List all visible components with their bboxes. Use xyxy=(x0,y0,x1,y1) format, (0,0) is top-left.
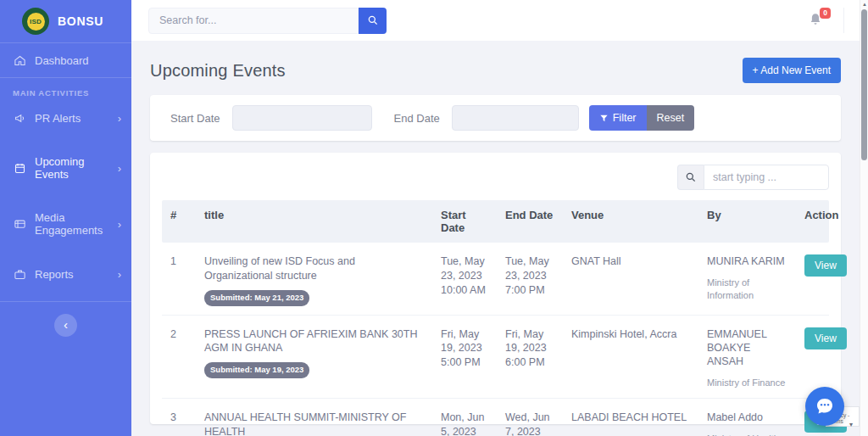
brand-name: BONSU xyxy=(58,14,103,28)
row-number: 2 xyxy=(162,316,196,399)
chevron-right-icon: › xyxy=(118,162,121,175)
sidebar-item-upcoming-events[interactable]: Upcoming Events › xyxy=(0,145,131,191)
isd-logo-icon: ISD xyxy=(22,8,49,35)
caret-down-icon: ▾ xyxy=(849,421,853,428)
brand[interactable]: ISD BONSU xyxy=(0,0,131,42)
end-date-input[interactable] xyxy=(452,105,579,131)
search-button[interactable] xyxy=(359,8,387,34)
header-num: # xyxy=(162,200,196,243)
reset-button[interactable]: Reset xyxy=(647,105,695,131)
media-icon xyxy=(13,217,26,231)
by-organization: Ministry of Information xyxy=(707,277,789,302)
sidebar-item-label: PR Alerts xyxy=(35,112,81,125)
topbar: 0 xyxy=(131,0,860,41)
end-date-cell: Tue, May 23, 2023 7:00 PM xyxy=(497,243,563,315)
table-header-row: # title Start Date End Date Venue By Act… xyxy=(162,200,829,243)
venue-cell: GNAT Hall xyxy=(563,243,698,315)
view-button[interactable]: View xyxy=(804,254,847,277)
header-start-date: Start Date xyxy=(432,200,497,243)
table-row: 1 Unveiling of new ISD Focus and Organiz… xyxy=(162,243,829,316)
chevron-right-icon: › xyxy=(118,268,121,281)
main-content: Upcoming Events + Add New Event Start Da… xyxy=(131,41,860,436)
by-name: MUNIRA KARIM xyxy=(707,254,789,268)
header-action: Action xyxy=(796,200,845,243)
end-date-cell: Fri, May 19, 2023 6:00 PM xyxy=(497,316,563,399)
header-end-date: End Date xyxy=(497,200,563,243)
start-date-cell: Mon, Jun 5, 2023 8:30 AM xyxy=(432,399,497,436)
start-date-cell: Fri, May 19, 2023 5:00 PM xyxy=(432,316,497,399)
by-name: Mabel Addo xyxy=(707,411,789,424)
by-name: EMMANUEL BOAKYE ANSAH xyxy=(707,327,789,369)
sidebar-item-media-engagements[interactable]: Media Engagements › xyxy=(0,201,131,247)
sidebar-item-dashboard[interactable]: Dashboard xyxy=(0,43,131,77)
events-table-card: # title Start Date End Date Venue By Act… xyxy=(150,153,841,424)
sidebar-item-label: Media Engagements xyxy=(35,211,109,237)
table-search-button[interactable] xyxy=(677,165,704,190)
add-new-event-button[interactable]: + Add New Event xyxy=(743,58,841,83)
notification-count-badge: 0 xyxy=(820,8,831,19)
venue-cell: Kimpinski Hotel, Accra xyxy=(563,316,698,399)
megaphone-icon xyxy=(13,111,26,125)
filter-button-label: Filter xyxy=(613,112,637,124)
header-by: By xyxy=(698,200,796,243)
end-date-cell: Wed, Jun 7, 2023 3:00 PM xyxy=(497,399,563,436)
sidebar-collapse-button[interactable]: ‹ xyxy=(54,314,77,337)
start-date-cell: Tue, May 23, 2023 10:00 AM xyxy=(432,243,497,315)
header-title: title xyxy=(196,200,432,243)
submitted-badge: Submitted: May 19, 2023 xyxy=(204,362,309,378)
sidebar-section-label: MAIN ACTIVITIES xyxy=(0,78,131,101)
divider xyxy=(0,301,131,302)
notifications-button[interactable]: 0 xyxy=(808,12,825,29)
search-icon xyxy=(367,14,379,26)
divider xyxy=(843,8,844,33)
date-filter-bar: Start Date End Date Filter Reset xyxy=(150,95,841,141)
sidebar-item-pr-alerts[interactable]: PR Alerts › xyxy=(0,101,131,135)
by-organization: Ministry of Finance xyxy=(707,377,789,389)
table-row: 2 PRESS LAUNCH OF AFRIEXIM BANK 30TH AGM… xyxy=(162,316,829,400)
end-date-label: End Date xyxy=(394,112,440,125)
table-body: 1 Unveiling of new ISD Focus and Organiz… xyxy=(162,243,829,436)
page-title: Upcoming Events xyxy=(150,61,286,81)
funnel-icon xyxy=(599,114,609,123)
vertical-scrollbar[interactable]: ▲ xyxy=(860,0,868,436)
row-number: 1 xyxy=(162,243,196,315)
sidebar: ISD BONSU Dashboard MAIN ACTIVITIES PR A… xyxy=(0,0,131,436)
logo-text: ISD xyxy=(27,13,45,31)
row-number: 3 xyxy=(162,399,196,436)
submitted-badge: Submitted: May 21, 2023 xyxy=(204,290,309,306)
start-date-label: Start Date xyxy=(170,112,220,125)
table-row: 3 ANNUAL HEALTH SUMMIT-MINISTRY OF HEALT… xyxy=(162,399,829,436)
sidebar-item-label: Reports xyxy=(35,268,74,281)
header-venue: Venue xyxy=(563,200,698,243)
chevron-right-icon: › xyxy=(118,112,121,125)
sidebar-item-label: Dashboard xyxy=(35,54,89,67)
venue-cell: LABADI BEACH HOTEL xyxy=(563,399,698,436)
chevron-right-icon: › xyxy=(118,218,121,231)
sidebar-item-label: Upcoming Events xyxy=(35,155,109,181)
sidebar-item-reports[interactable]: Reports › xyxy=(0,257,131,291)
search-input[interactable] xyxy=(148,8,359,34)
chat-bubble-icon xyxy=(815,396,835,416)
chat-widget-button[interactable] xyxy=(805,387,844,426)
briefcase-icon xyxy=(13,267,26,281)
start-date-input[interactable] xyxy=(232,105,372,131)
calendar-icon xyxy=(13,161,26,175)
filter-button[interactable]: Filter xyxy=(589,105,647,131)
event-title: ANNUAL HEALTH SUMMIT-MINISTRY OF HEALTH xyxy=(204,411,426,436)
event-title: Unveiling of new ISD Focus and Organizat… xyxy=(204,254,426,283)
scroll-up-arrow[interactable]: ▲ xyxy=(861,2,868,7)
view-button[interactable]: View xyxy=(804,327,847,349)
event-title: PRESS LAUNCH OF AFRIEXIM BANK 30TH AGM I… xyxy=(204,327,426,356)
home-icon xyxy=(13,53,26,67)
scrollbar-thumb[interactable] xyxy=(861,9,867,160)
search-icon xyxy=(685,171,697,183)
table-search-input[interactable] xyxy=(704,165,829,190)
by-organization: Ministry of Health xyxy=(707,433,789,436)
